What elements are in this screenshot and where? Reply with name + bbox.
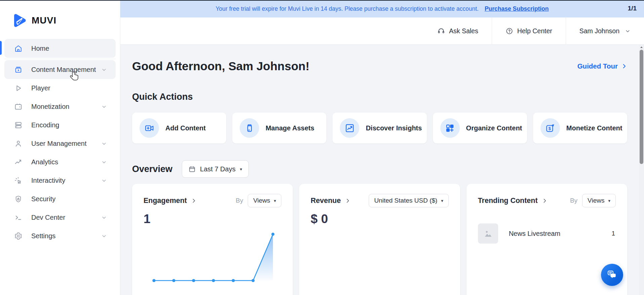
content-thumbnail [478, 223, 498, 244]
trending-list: News Livestream 1 [478, 223, 616, 244]
quick-action-label: Add Content [165, 124, 206, 132]
organize-content-button[interactable]: Organize Content [433, 113, 527, 143]
chevron-down-icon [625, 28, 631, 34]
guided-tour-link[interactable]: Guided Tour [577, 62, 627, 70]
chevron-down-icon [101, 215, 107, 220]
sidebar-item-label: Player [31, 84, 50, 92]
monetize-content-button[interactable]: $ Monetize Content [533, 113, 627, 143]
sidebar-item-analytics[interactable]: Analytics [4, 153, 116, 171]
dev-center-icon [14, 213, 23, 222]
currency-value: United States USD ($) [374, 197, 437, 204]
player-icon [14, 84, 23, 92]
page-scrollbar [639, 45, 644, 295]
content-view-count: 1 [611, 230, 615, 237]
encoding-icon [14, 121, 23, 129]
sidebar-item-dev-center[interactable]: Dev Center [4, 208, 116, 227]
revenue-value: $ 0 [311, 212, 448, 226]
settings-icon [14, 232, 23, 240]
trending-metric-selector[interactable]: Views ▾ [582, 194, 616, 207]
overview-cards-row: Engagement By Views ▾ 1 Reve [132, 184, 627, 295]
icon-circle: $ [540, 118, 560, 138]
trial-banner-message: Your free trial will expire for Muvi Liv… [216, 5, 479, 12]
chevron-right-icon [621, 63, 627, 69]
headset-icon [437, 27, 445, 35]
sidebar-nav: Home Content Management Player Monetizat… [0, 39, 120, 245]
metric-value: Views [588, 197, 604, 204]
trending-list-item[interactable]: News Livestream 1 [478, 223, 616, 244]
trending-content-link[interactable]: Trending Content [478, 197, 548, 205]
user-menu[interactable]: Sam Johnson [566, 17, 644, 45]
chat-support-button[interactable] [601, 264, 623, 286]
dropdown-arrow-icon: ▾ [240, 167, 242, 171]
sidebar-item-label: Settings [31, 232, 55, 240]
dropdown-arrow-icon: ▾ [274, 199, 276, 203]
revenue-card: Revenue United States USD ($) ▾ $ 0 [299, 184, 460, 295]
sidebar-item-label: User Management [31, 140, 87, 148]
chevron-down-icon [101, 233, 107, 239]
date-range-selector[interactable]: Last 7 Days ▾ [182, 160, 249, 178]
page-top-accent-line [0, 0, 644, 1]
sidebar-item-label: Analytics [31, 158, 58, 166]
banner-pager: 1/1 [628, 5, 637, 12]
brand-logo[interactable]: MUVI [0, 0, 120, 28]
interactivity-icon [14, 176, 23, 185]
sidebar-item-encoding[interactable]: Encoding [4, 116, 116, 134]
ask-sales-button[interactable]: Ask Sales [424, 17, 492, 45]
monetize-content-icon: $ [545, 123, 555, 133]
sidebar-item-interactivity[interactable]: Interactivity [4, 171, 116, 190]
engagement-metric-selector[interactable]: Views ▾ [248, 194, 281, 207]
add-content-button[interactable]: Add Content [132, 113, 226, 143]
user-name: Sam Johnson [579, 27, 619, 35]
top-header: Ask Sales Help Center Sam Johnson [120, 17, 644, 45]
quick-action-label: Discover Insights [366, 124, 422, 132]
engagement-chart [132, 227, 293, 283]
scrollbar-thumb[interactable] [640, 50, 643, 164]
manage-assets-button[interactable]: Manage Assets [232, 113, 326, 143]
trial-banner: Your free trial will expire for Muvi Liv… [120, 0, 644, 17]
sidebar-item-user-management[interactable]: User Management [4, 134, 116, 153]
organize-content-icon [445, 123, 455, 133]
purchase-subscription-link[interactable]: Purchase Subscription [485, 5, 549, 12]
sidebar-item-home[interactable]: Home [4, 39, 116, 58]
sidebar-item-label: Dev Center [31, 214, 65, 221]
revenue-link[interactable]: Revenue [311, 197, 351, 205]
sidebar-item-content-management[interactable]: Content Management [4, 60, 116, 79]
icon-circle [240, 118, 259, 138]
revenue-currency-selector[interactable]: United States USD ($) ▾ [369, 194, 449, 207]
sidebar-item-player[interactable]: Player [4, 79, 116, 97]
metric-value: Views [253, 197, 270, 204]
quick-action-label: Monetize Content [566, 124, 622, 132]
discover-insights-icon [345, 123, 355, 133]
sidebar-item-label: Monetization [31, 103, 69, 111]
analytics-icon [14, 158, 23, 166]
icon-circle [340, 118, 359, 138]
content-title: News Livestream [509, 230, 612, 238]
quick-actions-row: Add Content Manage Assets Discover Insig… [132, 113, 627, 143]
add-content-icon [145, 123, 154, 133]
discover-insights-button[interactable]: Discover Insights [332, 113, 427, 143]
user-management-icon [14, 139, 23, 148]
chevron-right-icon [191, 198, 197, 204]
manage-assets-icon [245, 123, 254, 133]
sidebar-item-settings[interactable]: Settings [4, 227, 116, 245]
help-center-button[interactable]: Help Center [492, 17, 566, 45]
quick-action-label: Organize Content [466, 124, 522, 132]
sidebar-divider [4, 59, 116, 59]
engagement-card: Engagement By Views ▾ 1 [132, 184, 293, 295]
revenue-title: Revenue [311, 197, 341, 205]
engagement-link[interactable]: Engagement [144, 197, 197, 205]
date-range-value: Last 7 Days [200, 165, 236, 173]
sidebar-item-monetization[interactable]: Monetization [4, 97, 116, 116]
dropdown-arrow-icon: ▾ [608, 199, 610, 203]
dropdown-arrow-icon: ▾ [441, 199, 443, 203]
by-label: By [236, 197, 243, 204]
greeting-title: Good Afternoon, Sam Johnson! [132, 59, 310, 73]
scroll-up-arrow-icon[interactable] [640, 46, 643, 49]
guided-tour-label: Guided Tour [577, 62, 618, 70]
quick-actions-title: Quick Actions [132, 92, 627, 102]
monetization-icon [14, 102, 23, 111]
chevron-down-icon [101, 159, 107, 165]
muvi-logo-icon [11, 13, 27, 28]
sidebar-item-security[interactable]: Security [4, 190, 116, 208]
chevron-down-icon [101, 141, 107, 146]
